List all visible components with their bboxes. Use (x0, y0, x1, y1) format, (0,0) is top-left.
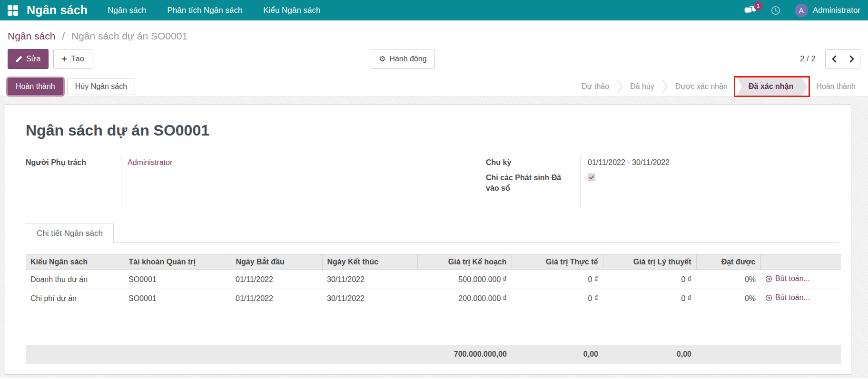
arrow-circle-icon (765, 294, 772, 301)
cell-budget-type: Chi phí dự án (26, 289, 124, 308)
cell-theoretical-amount: 0 ₫ (603, 289, 696, 308)
col-header-end-date[interactable]: Ngày Kết thúc (322, 254, 417, 270)
plus-icon: + (61, 54, 67, 64)
cell-achievement: 0% (696, 289, 760, 308)
tab-budget-lines[interactable]: Chi tiết Ngân sách (26, 224, 114, 243)
pager-value: 2 / 2 (800, 54, 816, 64)
responsible-value-link[interactable]: Administrator (128, 158, 172, 166)
done-button[interactable]: Hoàn thành (8, 78, 63, 95)
col-header-budget-type[interactable]: Kiểu Ngân sách (26, 254, 124, 270)
record-title: Ngân sách dự án SO0001 (26, 122, 839, 139)
period-value: 01/11/2022 - 30/11/2022 (581, 157, 839, 168)
pager-prev-button[interactable] (826, 50, 843, 68)
period-label: Chu kỳ (486, 157, 581, 168)
breadcrumb-current: Ngân sách dự án SO0001 (71, 30, 187, 41)
control-panel: Ngân sách / Ngân sách dự án SO0001 Sửa +… (0, 20, 868, 69)
chevron-left-icon (831, 55, 837, 63)
create-button-label: Tạo (71, 55, 84, 63)
cell-end-date: 30/11/2022 (322, 270, 417, 289)
cell-achievement: 0% (696, 270, 760, 289)
table-row[interactable]: Doanh thu dự án SO0001 01/11/2022 30/11/… (26, 270, 841, 289)
statusbar: Dự thảo Đã hủy Được xác nhận Đã xác nhận… (577, 77, 860, 97)
form-group-right: Chu kỳ 01/11/2022 - 30/11/2022 Chỉ các P… (433, 157, 839, 211)
table-row[interactable]: Chi phí dự án SO0001 01/11/2022 30/11/20… (26, 289, 841, 308)
messages-count-badge: 1 (754, 1, 763, 10)
statusbar-separator-icon (662, 79, 668, 94)
action-button[interactable]: ⚙ Hành động (371, 49, 435, 69)
cell-planned-amount: 500.000.000 ₫ (417, 270, 512, 289)
activity-clock-icon[interactable] (771, 6, 780, 15)
nav-menu: Ngân sách Phân tích Ngân sách Kiểu Ngân … (108, 6, 320, 15)
edit-button[interactable]: Sửa (8, 49, 49, 69)
posted-only-checkbox[interactable] (588, 174, 595, 181)
cell-end-date: 30/11/2022 (322, 289, 417, 308)
cell-analytic-account: SO0001 (124, 289, 231, 308)
label-divider (121, 155, 121, 209)
spacer-row (26, 327, 841, 345)
breadcrumb: Ngân sách / Ngân sách dự án SO0001 (8, 20, 860, 42)
empty-row (26, 308, 841, 327)
budget-lines-table: Kiểu Ngân sách Tài khoản Quản trị Ngày B… (26, 254, 841, 364)
col-header-practical-amount[interactable]: Giá trị Thực tế (512, 254, 603, 270)
table-header-row: Kiểu Ngân sách Tài khoản Quản trị Ngày B… (26, 254, 841, 270)
form-group-left: Người Phụ trách Administrator (26, 157, 433, 211)
col-header-start-date[interactable]: Ngày Bắt đầu (231, 254, 322, 270)
cell-practical-amount: 0 ₫ (512, 270, 603, 289)
gear-icon: ⚙ (379, 55, 385, 63)
col-header-analytic-account[interactable]: Tài khoản Quản trị (124, 254, 231, 270)
cell-start-date: 01/11/2022 (231, 289, 322, 308)
cell-budget-type: Doanh thu dự án (26, 270, 124, 289)
avatar: A (795, 4, 808, 17)
top-navbar: Ngân sách Ngân sách Phân tích Ngân sách … (0, 0, 868, 20)
status-step-hoan-thanh[interactable]: Hoàn thành (811, 82, 860, 91)
total-planned: 700.000.000,00 (417, 345, 512, 364)
responsible-label: Người Phụ trách (26, 157, 121, 168)
statusbar-separator-icon (617, 79, 622, 94)
form-sheet: Ngân sách dự án SO0001 Người Phụ trách A… (5, 104, 851, 375)
breadcrumb-separator: / (62, 30, 65, 41)
status-step-duoc-xac-nhan[interactable]: Được xác nhận (671, 82, 732, 91)
total-theoretical: 0,00 (603, 345, 696, 364)
pager-next-button[interactable] (843, 50, 860, 68)
journal-entries-link[interactable]: Bút toán... (765, 293, 810, 302)
cell-analytic-account: SO0001 (124, 270, 231, 289)
breadcrumb-parent[interactable]: Ngân sách (8, 30, 55, 41)
notebook-tabbar: Chi tiết Ngân sách (26, 223, 839, 243)
total-practical: 0,00 (512, 345, 603, 364)
action-button-label: Hành động (389, 55, 426, 63)
nav-item-ngan-sach[interactable]: Ngân sách (108, 6, 146, 15)
cancel-budget-button[interactable]: Hủy Ngân sách (67, 78, 135, 95)
cell-theoretical-amount: 0 ₫ (603, 270, 696, 289)
col-header-theoretical-amount[interactable]: Giá trị Lý thuyết (603, 254, 696, 270)
create-button[interactable]: + Tạo (53, 49, 92, 69)
cell-start-date: 01/11/2022 (231, 270, 322, 289)
label-divider (581, 155, 581, 209)
user-name: Administrator (813, 6, 860, 15)
journal-entries-link[interactable]: Bút toán... (765, 274, 810, 283)
content-area: Ngân sách dự án SO0001 Người Phụ trách A… (0, 97, 868, 378)
arrow-circle-icon (765, 275, 772, 282)
pager: 2 / 2 (800, 49, 860, 69)
status-step-da-xac-nhan[interactable]: Đã xác nhận (736, 77, 808, 97)
posted-only-label: Chỉ các Phát sinh Đã vào sổ (486, 173, 581, 194)
totals-row: 700.000.000,00 0,00 0,00 (26, 345, 841, 364)
messages-icon[interactable]: 1 (744, 6, 757, 15)
cell-planned-amount: 200.000.000 ₫ (417, 289, 512, 308)
cell-practical-amount: 0 ₫ (512, 289, 603, 308)
status-row: Hoàn thành Hủy Ngân sách Dự thảo Đã hủy … (0, 77, 868, 97)
chevron-right-icon (849, 55, 855, 63)
checkmark-icon (589, 175, 594, 180)
status-step-du-thao[interactable]: Dự thảo (577, 82, 614, 91)
app-brand[interactable]: Ngân sách (27, 3, 88, 17)
user-menu[interactable]: A Administrator (795, 4, 860, 17)
edit-button-label: Sửa (26, 55, 40, 63)
col-header-planned-amount[interactable]: Giá trị Kế hoạch (417, 254, 512, 270)
col-header-links (760, 254, 841, 270)
status-step-da-huy[interactable]: Đã hủy (625, 82, 659, 91)
apps-grid-icon[interactable] (8, 5, 18, 16)
nav-item-kieu-ngan-sach[interactable]: Kiểu Ngân sách (263, 6, 320, 15)
col-header-achievement[interactable]: Đạt được (696, 254, 760, 270)
pencil-icon (16, 56, 22, 62)
status-step-active-label: Đã xác nhận (736, 77, 808, 97)
nav-item-phan-tich-ngan-sach[interactable]: Phân tích Ngân sách (168, 6, 243, 15)
